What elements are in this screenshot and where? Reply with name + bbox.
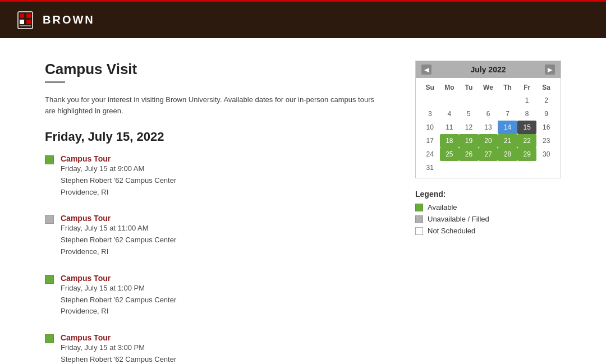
calendar-day	[479, 94, 498, 107]
tours-list: Campus TourFriday, July 15 at 9:00 AMSte…	[45, 154, 382, 364]
calendar-day-header: Su	[420, 81, 440, 94]
tour-item: Campus TourFriday, July 15 at 11:00 AMSt…	[45, 214, 382, 257]
calendar-day	[498, 94, 517, 107]
legend-label: Available	[428, 203, 457, 211]
legend-item: Available	[415, 203, 561, 211]
tour-item: Campus TourFriday, July 15 at 1:00 PMSte…	[45, 274, 382, 317]
tour-detail: Friday, July 15 at 11:00 AMStephen Rober…	[61, 223, 176, 257]
svg-rect-5	[26, 20, 31, 24]
tour-title-link[interactable]: Campus Tour	[61, 333, 111, 342]
tour-indicator-unavailable	[45, 215, 54, 224]
tour-indicator-available	[45, 334, 54, 343]
tour-title-link[interactable]: Campus Tour	[61, 274, 111, 283]
tour-indicator-available	[45, 275, 54, 284]
legend-box-not-scheduled	[415, 227, 423, 235]
tour-indicator-available	[45, 155, 54, 164]
calendar-week-row: 17181920212223	[420, 134, 556, 148]
calendar-day: 30	[536, 148, 556, 161]
calendar-day[interactable]: 29	[517, 148, 537, 161]
date-heading: Friday, July 15, 2022	[45, 130, 382, 144]
legend-item: Not Scheduled	[415, 227, 561, 235]
legend-items: AvailableUnavailable / FilledNot Schedul…	[415, 203, 561, 235]
calendar-day	[440, 161, 460, 174]
intro-text: Thank you for your interest in visiting …	[45, 94, 382, 116]
svg-rect-4	[20, 20, 24, 24]
right-column: ◀ July 2022 ▶ SuMoTuWeThFrSa 12345678910…	[415, 61, 561, 364]
calendar-day-headers: SuMoTuWeThFrSa	[420, 81, 556, 94]
left-column: Campus Visit Thank you for your interest…	[45, 61, 382, 364]
calendar-day: 10	[420, 121, 440, 134]
calendar-day[interactable]: 25	[440, 148, 460, 161]
calendar-day: 17	[420, 134, 440, 148]
calendar-day	[459, 94, 479, 107]
calendar-day-header: Fr	[517, 81, 537, 94]
calendar-day	[459, 161, 479, 174]
calendar-days: 1234567891011121314151617181920212223242…	[420, 94, 556, 174]
tour-detail: Friday, July 15 at 3:00 PMStephen Robert…	[61, 342, 176, 364]
calendar-day: 4	[440, 107, 460, 121]
tour-title-link[interactable]: Campus Tour	[61, 154, 111, 163]
tour-detail: Friday, July 15 at 9:00 AMStephen Robert…	[61, 163, 176, 198]
svg-rect-2	[20, 13, 24, 18]
calendar-week-row: 24252627282930	[420, 148, 556, 161]
calendar-day-header: Tu	[459, 81, 479, 94]
calendar-day: 11	[440, 121, 460, 134]
calendar-day: 5	[459, 107, 479, 121]
calendar-day: 23	[536, 134, 556, 148]
calendar-day[interactable]: 28	[498, 148, 517, 161]
tour-info: Campus TourFriday, July 15 at 1:00 PMSte…	[61, 274, 176, 317]
calendar-day[interactable]: 18	[440, 134, 460, 148]
brand-name: BROWN	[43, 13, 95, 26]
calendar-grid: SuMoTuWeThFrSa 1234567891011121314151617…	[416, 78, 561, 178]
legend: Legend: AvailableUnavailable / FilledNot…	[415, 190, 561, 235]
legend-box-unavailable	[415, 215, 423, 223]
calendar-day[interactable]: 27	[479, 148, 498, 161]
calendar-day[interactable]: 22	[517, 134, 537, 148]
page-title: Campus Visit	[45, 61, 382, 78]
calendar-day	[440, 94, 460, 107]
calendar-day: 7	[498, 107, 517, 121]
calendar-week-row: 31	[420, 161, 556, 174]
calendar-day: 24	[420, 148, 440, 161]
calendar-header: ◀ July 2022 ▶	[416, 61, 561, 78]
calendar-week-row: 12	[420, 94, 556, 107]
calendar-next-button[interactable]: ▶	[545, 64, 555, 75]
calendar-day-header: Sa	[536, 81, 556, 94]
calendar-day[interactable]: 20	[479, 134, 498, 148]
calendar-week-row: 3456789	[420, 107, 556, 121]
calendar-day	[517, 161, 537, 174]
calendar-day: 3	[420, 107, 440, 121]
site-header: BROWN	[0, 0, 606, 38]
calendar-day-header: Mo	[440, 81, 460, 94]
brown-logo-icon	[13, 8, 37, 32]
calendar-day	[420, 94, 440, 107]
calendar-day: 31	[420, 161, 440, 174]
legend-label: Unavailable / Filled	[428, 215, 489, 223]
calendar-day-header: Th	[498, 81, 517, 94]
legend-box-available	[415, 204, 423, 211]
calendar-day: 12	[459, 121, 479, 134]
calendar-day: 1	[517, 94, 537, 107]
logo-area: BROWN	[13, 8, 95, 32]
calendar-day[interactable]: 14	[498, 121, 517, 134]
calendar-day[interactable]: 21	[498, 134, 517, 148]
calendar-day[interactable]: 19	[459, 134, 479, 148]
tour-info: Campus TourFriday, July 15 at 11:00 AMSt…	[61, 214, 176, 257]
calendar-day	[479, 161, 498, 174]
calendar-week-row: 10111213141516	[420, 121, 556, 134]
tour-item: Campus TourFriday, July 15 at 9:00 AMSte…	[45, 154, 382, 198]
calendar-day: 13	[479, 121, 498, 134]
calendar-day: 2	[536, 94, 556, 107]
legend-title: Legend:	[415, 190, 561, 199]
calendar-day: 16	[536, 121, 556, 134]
tour-info: Campus TourFriday, July 15 at 3:00 PMSte…	[61, 333, 176, 364]
calendar-day-header: We	[479, 81, 498, 94]
tour-detail: Friday, July 15 at 1:00 PMStephen Robert…	[61, 283, 176, 317]
calendar-prev-button[interactable]: ◀	[421, 64, 431, 75]
calendar-day[interactable]: 15	[517, 121, 537, 134]
calendar-day[interactable]: 26	[459, 148, 479, 161]
calendar-day	[536, 161, 556, 174]
tour-title-link[interactable]: Campus Tour	[61, 214, 111, 223]
tour-item: Campus TourFriday, July 15 at 3:00 PMSte…	[45, 333, 382, 364]
calendar-day: 9	[536, 107, 556, 121]
